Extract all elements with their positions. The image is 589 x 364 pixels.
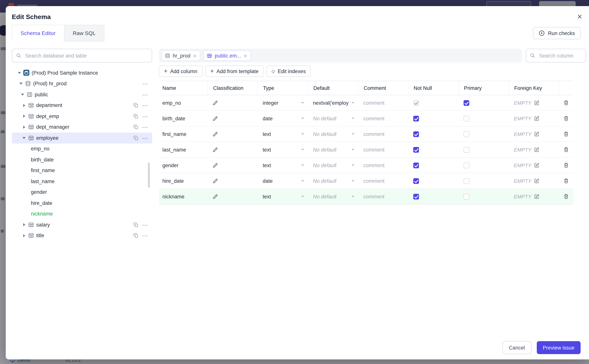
tree-item-column-emp-no[interactable]: emp_no	[12, 143, 152, 154]
edit-foreign-key-icon[interactable]	[534, 100, 540, 105]
edit-classification-icon[interactable]	[213, 131, 218, 137]
name-cell[interactable]: birth_date	[159, 111, 207, 126]
name-cell[interactable]: nickname	[159, 189, 207, 204]
primary-checkbox[interactable]	[464, 116, 469, 121]
add-column-button[interactable]: + Add column	[159, 65, 202, 77]
tab-chip-table-active[interactable]: public.em... ×	[203, 50, 251, 61]
tab-schema-editor[interactable]: Schema Editor	[12, 25, 64, 41]
primary-checkbox[interactable]	[464, 131, 469, 137]
edit-indexes-button[interactable]: ◇ Edit indexes	[267, 65, 311, 77]
tree-item-table-dept-manager[interactable]: dept_manager ⋯	[12, 122, 152, 132]
tree-item-database[interactable]: (Prod) hr_prod ⋯	[12, 78, 152, 89]
edit-foreign-key-icon[interactable]	[534, 178, 540, 183]
comment-input[interactable]: comment	[358, 158, 408, 173]
edit-classification-icon[interactable]	[213, 178, 218, 183]
tab-chip-database[interactable]: hr_prod ×	[161, 50, 200, 61]
more-actions-icon[interactable]: ⋯	[142, 222, 148, 228]
edit-classification-icon[interactable]	[213, 162, 218, 168]
not-null-checkbox[interactable]	[413, 178, 419, 184]
tree-search-input[interactable]	[24, 52, 148, 59]
name-cell[interactable]: gender	[159, 158, 207, 173]
tree-item-column-nickname-new[interactable]: nickname	[12, 208, 152, 219]
delete-column-icon[interactable]	[558, 189, 573, 204]
default-select[interactable]: No default	[308, 173, 358, 188]
type-select[interactable]: text	[257, 142, 308, 157]
chevron-right-icon[interactable]	[21, 234, 27, 237]
type-select[interactable]: integer	[257, 95, 308, 110]
foreign-key-cell[interactable]: EMPTY	[509, 126, 558, 142]
tree-item-table-employee[interactable]: employee ⋯	[12, 132, 152, 143]
comment-input[interactable]: comment	[358, 126, 408, 142]
more-actions-icon[interactable]: ⋯	[142, 92, 148, 98]
edit-foreign-key-icon[interactable]	[534, 194, 540, 199]
more-actions-icon[interactable]: ⋯	[142, 135, 148, 141]
tree-item-schema-public[interactable]: public ⋯	[12, 89, 152, 100]
edit-classification-icon[interactable]	[213, 194, 218, 199]
type-select[interactable]: text	[257, 126, 308, 142]
chevron-right-icon[interactable]	[21, 126, 27, 129]
chevron-down-icon[interactable]	[20, 94, 26, 96]
type-select[interactable]: text	[257, 189, 308, 204]
tree-item-table-dept-emp[interactable]: dept_emp ⋯	[12, 111, 152, 122]
chevron-right-icon[interactable]	[21, 115, 27, 118]
tree-item-table-salary[interactable]: salary ⋯	[12, 219, 152, 230]
edit-classification-icon[interactable]	[213, 116, 218, 121]
not-null-checkbox[interactable]	[413, 100, 419, 106]
tree-item-table-department[interactable]: department ⋯	[12, 100, 152, 111]
copy-icon[interactable]	[134, 233, 138, 238]
edit-classification-icon[interactable]	[213, 100, 218, 105]
tree-item-column-birth-date[interactable]: birth_date	[12, 154, 152, 165]
default-select[interactable]: No default	[308, 126, 358, 142]
foreign-key-cell[interactable]: EMPTY	[509, 142, 558, 157]
primary-checkbox[interactable]	[464, 194, 469, 199]
comment-input[interactable]: comment	[358, 95, 408, 110]
close-icon[interactable]: ×	[244, 53, 247, 58]
preview-issue-button[interactable]: Preview issue	[536, 341, 581, 354]
run-checks-button[interactable]: Run checks	[533, 27, 581, 39]
comment-input[interactable]: comment	[358, 142, 408, 157]
foreign-key-cell[interactable]: EMPTY	[509, 111, 558, 126]
more-actions-icon[interactable]: ⋯	[142, 103, 148, 108]
primary-checkbox[interactable]	[464, 162, 469, 168]
foreign-key-cell[interactable]: EMPTY	[509, 158, 558, 173]
default-select[interactable]: No default	[308, 189, 358, 204]
close-icon[interactable]: ×	[193, 53, 196, 58]
copy-icon[interactable]	[134, 136, 138, 141]
foreign-key-cell[interactable]: EMPTY	[509, 173, 558, 188]
tree-item-column-last-name[interactable]: last_name	[12, 176, 152, 187]
name-cell[interactable]: first_name	[159, 126, 207, 142]
edit-foreign-key-icon[interactable]	[534, 131, 540, 137]
delete-column-icon[interactable]	[558, 158, 573, 173]
primary-checkbox[interactable]	[464, 178, 469, 184]
edit-foreign-key-icon[interactable]	[534, 116, 540, 121]
name-cell[interactable]: last_name	[159, 142, 207, 157]
cancel-button[interactable]: Cancel	[502, 341, 531, 354]
add-from-template-button[interactable]: + Add from template	[205, 65, 263, 77]
delete-column-icon[interactable]	[558, 126, 573, 142]
tree-item-column-first-name[interactable]: first_name	[12, 165, 152, 176]
foreign-key-cell[interactable]: EMPTY	[509, 95, 558, 110]
chevron-down-icon[interactable]	[16, 72, 22, 74]
more-actions-icon[interactable]: ⋯	[142, 81, 148, 87]
name-cell[interactable]: emp_no	[159, 95, 207, 110]
comment-input[interactable]: comment	[358, 111, 408, 126]
tree-item-column-hire-date[interactable]: hire_date	[12, 198, 152, 208]
not-null-checkbox[interactable]	[413, 147, 419, 152]
chevron-down-icon[interactable]	[21, 137, 27, 139]
more-actions-icon[interactable]: ⋯	[142, 113, 148, 119]
type-select[interactable]: date	[257, 111, 308, 126]
default-select[interactable]: No default	[308, 142, 358, 157]
close-icon[interactable]: ×	[577, 13, 582, 21]
not-null-checkbox[interactable]	[413, 116, 419, 121]
default-select[interactable]: No default	[308, 158, 358, 173]
edit-classification-icon[interactable]	[213, 147, 218, 152]
default-select[interactable]: nextval('employ	[308, 95, 358, 110]
delete-column-icon[interactable]	[558, 95, 573, 110]
delete-column-icon[interactable]	[558, 142, 573, 157]
chevron-right-icon[interactable]	[21, 223, 27, 226]
primary-checkbox[interactable]	[464, 100, 469, 106]
copy-icon[interactable]	[134, 222, 138, 227]
more-actions-icon[interactable]: ⋯	[142, 233, 148, 239]
chevron-right-icon[interactable]	[21, 104, 27, 107]
not-null-checkbox[interactable]	[413, 162, 419, 168]
